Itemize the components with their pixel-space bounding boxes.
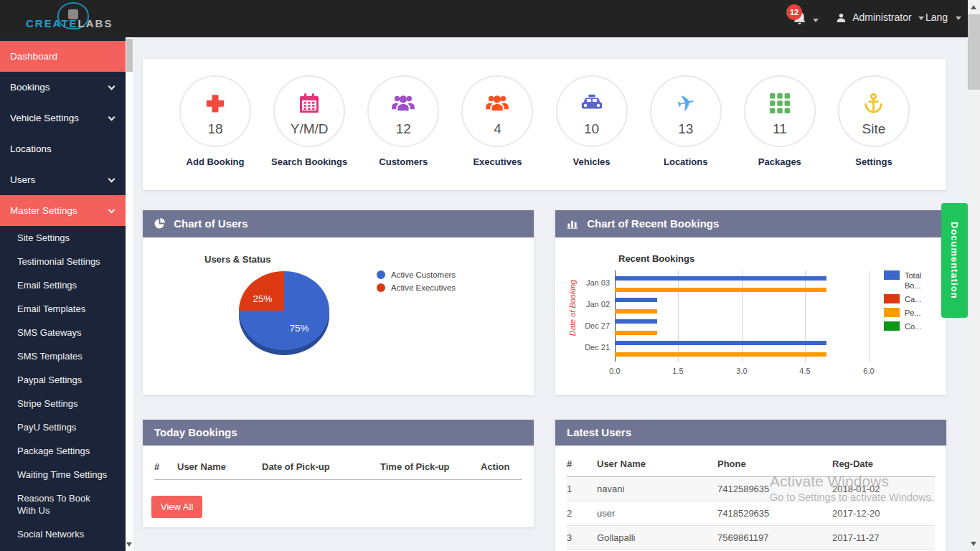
cell-username: navani <box>597 477 717 501</box>
legend-label: Active Customers <box>391 270 456 279</box>
sidebar-subitem-site-settings[interactable]: Site Settings <box>0 226 126 250</box>
legend-label: Co... <box>905 321 936 331</box>
chevron-down-icon <box>956 17 961 20</box>
sidebar-subitem-sms-templates[interactable]: SMS Templates <box>0 344 126 368</box>
sidebar-subitem-stripe-settings[interactable]: Stripe Settings <box>0 392 126 415</box>
col-header: User Name <box>597 453 717 477</box>
tile-packages[interactable]: 11 Packages <box>738 75 822 190</box>
sidebar-subitem-waiting-time-settings[interactable]: Waiting Time Settings <box>0 463 126 486</box>
tile-circle: 12 <box>367 75 439 147</box>
tile-circle: ✈ 13 <box>650 75 722 147</box>
y-tick-label: Jan 03 <box>573 278 610 287</box>
sidebar-subitem-email-settings[interactable]: Email Settings <box>0 273 126 297</box>
quick-stats-card: 18 Add Booking Y/M/D Search Bookings 12 … <box>143 59 946 190</box>
lang-label: Lang <box>925 11 948 23</box>
sidebar-scrollbar-thumb[interactable] <box>126 39 133 72</box>
scroll-down-arrow-icon[interactable] <box>971 542 976 546</box>
tile-circle: 10 <box>556 75 628 147</box>
cell-index: 3 <box>567 526 597 550</box>
chevron-down-icon <box>108 176 116 183</box>
scroll-up-arrow-icon[interactable] <box>971 5 976 9</box>
lang-dropdown[interactable]: Lang <box>925 11 961 23</box>
bar-pending <box>615 352 826 357</box>
chart-of-users-panel: Chart of Users Users & Status 25% 75% Ac… <box>143 210 534 395</box>
sidebar-subitem-sms-gateways[interactable]: SMS Gateways <box>0 321 126 344</box>
calendar-icon <box>298 93 320 114</box>
sidebar-item-users[interactable]: Users <box>0 164 126 195</box>
sidebar-item-label: Dashboard <box>10 51 57 62</box>
tile-value: Y/M/D <box>275 121 344 137</box>
window-scrollbar-thumb[interactable] <box>968 14 980 90</box>
latest-users-table: # User Name Phone Reg-Date 1 navani 7412… <box>567 453 935 550</box>
chevron-down-icon <box>108 83 116 90</box>
window-scrollbar[interactable] <box>968 0 980 551</box>
dashboard-screen: CREATELABS 12 Administrator Lang Dashboa… <box>0 0 980 551</box>
axis-line <box>615 270 616 362</box>
tile-customers[interactable]: 12 Customers <box>361 75 446 190</box>
tile-label: Locations <box>644 156 728 167</box>
pie-slice-active-executives[interactable] <box>239 271 284 311</box>
sidebar-subitem-social-networks[interactable]: Social Networks <box>0 522 126 546</box>
plus-icon <box>204 93 226 114</box>
user-menu-dropdown[interactable]: Administrator <box>837 11 924 23</box>
view-all-button[interactable]: View All <box>151 496 202 518</box>
tile-search-bookings[interactable]: Y/M/D Search Bookings <box>267 75 352 190</box>
cell-phone: 7418529635 <box>717 501 832 526</box>
x-tick-label: 0.0 <box>603 367 627 375</box>
sidebar-subitem-package-settings[interactable]: Package Settings <box>0 439 126 463</box>
sidebar-subitem-testimonial-settings[interactable]: Testimonial Settings <box>0 250 126 273</box>
y-tick-label: Dec 27 <box>573 321 610 330</box>
legend-dot <box>377 283 385 292</box>
sidebar-subitem-paypal-settings[interactable]: Paypal Settings <box>0 368 126 392</box>
sidebar-subitem-payu-settings[interactable]: PayU Settings <box>0 415 126 439</box>
chevron-down-icon <box>108 114 116 121</box>
panel-header: Today Bookings <box>143 420 534 446</box>
sidebar-item-dashboard[interactable]: Dashboard <box>0 41 126 72</box>
tile-value: 10 <box>557 121 626 137</box>
tile-label: Packages <box>738 156 822 167</box>
tile-add-booking[interactable]: 18 Add Booking <box>173 75 258 190</box>
pie-label: 75% <box>289 323 308 334</box>
gridline <box>869 270 870 362</box>
sidebar-subitem-reasons-to-book[interactable]: Reasons To Book With Us <box>0 486 108 522</box>
tile-label: Vehicles <box>550 156 634 167</box>
sidebar-item-vehicle-settings[interactable]: Vehicle Settings <box>0 103 126 133</box>
top-navbar: CREATELABS 12 Administrator Lang <box>0 0 980 37</box>
tile-site-settings[interactable]: Site Settings <box>831 75 916 190</box>
sidebar-item-bookings[interactable]: Bookings <box>0 72 126 103</box>
panel-header: Chart of Users <box>143 210 534 237</box>
brand-primary: CREATE <box>26 17 78 29</box>
col-header: Reg-Date <box>832 453 935 477</box>
user-icon <box>837 13 846 22</box>
sidebar-subitem-email-templates[interactable]: Email Templates <box>0 297 126 321</box>
notification-badge: 12 <box>786 4 802 20</box>
tile-circle: 18 <box>179 75 251 147</box>
table-row: 1 navani 7412589635 2018-01-02 <box>567 477 935 501</box>
sidebar-scrollbar[interactable] <box>126 37 133 551</box>
tile-value: 12 <box>369 121 438 137</box>
chevron-down-icon <box>813 19 819 22</box>
tile-vehicles[interactable]: 10 Vehicles <box>550 75 634 190</box>
tile-value: 4 <box>463 121 532 137</box>
gridline <box>678 270 679 362</box>
notifications-dropdown[interactable]: 12 <box>793 11 822 29</box>
tile-executives[interactable]: 4 Executives <box>455 75 540 190</box>
sidebar-item-master-settings[interactable]: Master Settings <box>0 195 126 226</box>
cell-regdate: 2017-11-27 <box>832 526 935 550</box>
col-header: Date of Pick-up <box>262 456 380 480</box>
bar-pending <box>615 331 657 335</box>
pie-label: 25% <box>253 293 272 304</box>
bar-chart-plot-area <box>615 270 869 362</box>
tile-locations[interactable]: ✈ 13 Locations <box>644 75 728 190</box>
gridline <box>742 270 743 362</box>
col-header: # <box>567 453 597 477</box>
scroll-down-arrow-icon[interactable] <box>126 542 132 547</box>
cell-phone: 7569861197 <box>717 526 832 550</box>
brand-logo[interactable]: CREATELABS <box>26 17 113 29</box>
table-row: 3 Gollapalli 7569861197 2017-11-27 <box>567 526 935 550</box>
plane-icon: ✈ <box>674 91 697 116</box>
sidebar-item-locations[interactable]: Locations <box>0 133 126 164</box>
users-pie-chart: 25% 75% <box>230 266 338 357</box>
documentation-tab[interactable]: Documentation <box>941 203 968 318</box>
cell-regdate: 2018-01-02 <box>832 477 935 501</box>
